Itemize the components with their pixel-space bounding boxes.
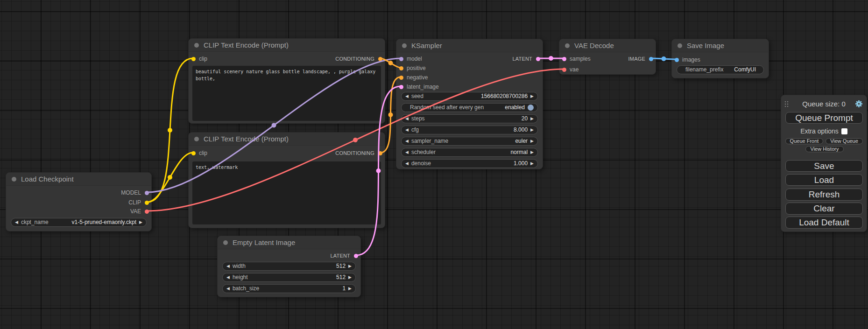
width-widget[interactable]: ◀ width 512 ▶ — [222, 262, 356, 271]
next-arrow-icon[interactable]: ▶ — [530, 137, 534, 146]
image-output-dot[interactable] — [649, 57, 653, 61]
prev-arrow-icon[interactable]: ◀ — [226, 273, 230, 282]
input-slot-positive[interactable]: positive — [396, 63, 426, 73]
seed-widget[interactable]: ◀ seed 156680208700286 ▶ — [401, 92, 538, 101]
prev-arrow-icon[interactable]: ◀ — [226, 262, 230, 271]
node-collapse-dot[interactable] — [402, 43, 407, 48]
input-slot-images[interactable]: images — [672, 55, 700, 64]
node-ksampler[interactable]: KSampler model positive negative latent_… — [396, 39, 543, 169]
load-default-button[interactable]: Load Default — [785, 217, 863, 229]
output-slot-model[interactable]: MODEL — [121, 188, 151, 197]
input-slot-samples[interactable]: samples — [559, 54, 591, 63]
latent-output-dot[interactable] — [536, 57, 540, 61]
node-title-bar[interactable]: KSampler — [396, 39, 543, 52]
output-slot-latent[interactable]: LATENT — [330, 251, 360, 260]
settings-gear-icon[interactable] — [855, 100, 863, 108]
steps-widget[interactable]: ◀ steps 20 ▶ — [401, 114, 538, 123]
prev-arrow-icon[interactable]: ◀ — [15, 218, 18, 227]
clip-input-dot[interactable] — [191, 57, 196, 61]
batch-size-widget[interactable]: ◀ batch_size 1 ▶ — [222, 284, 356, 293]
node-load-checkpoint[interactable]: Load Checkpoint MODEL CLIP VAE ◀ ckpt_na… — [6, 172, 152, 231]
node-title-bar[interactable]: Empty Latent Image — [218, 236, 360, 249]
clear-button[interactable]: Clear — [785, 203, 863, 215]
scheduler-widget[interactable]: ◀ scheduler normal ▶ — [401, 148, 538, 157]
positive-prompt-textarea[interactable]: beautiful scenery nature glass bottle la… — [192, 66, 381, 121]
output-slot-image[interactable]: IMAGE — [628, 54, 656, 63]
input-slot-vae[interactable]: vae — [559, 65, 579, 74]
prev-arrow-icon[interactable]: ◀ — [405, 159, 409, 168]
drag-handle-icon[interactable] — [784, 101, 789, 109]
input-slot-model[interactable]: model — [396, 54, 422, 63]
negative-input-dot[interactable] — [399, 76, 403, 80]
model-output-dot[interactable] — [145, 191, 149, 195]
vae-input-dot[interactable] — [562, 68, 566, 72]
output-slot-conditioning[interactable]: CONDITIONING — [335, 54, 385, 63]
ckpt-name-widget[interactable]: ◀ ckpt_name v1-5-pruned-emaonly.ckpt ▶ — [11, 218, 147, 227]
prev-arrow-icon[interactable]: ◀ — [226, 284, 230, 293]
latent-output-dot[interactable] — [354, 254, 358, 258]
node-collapse-dot[interactable] — [12, 177, 16, 182]
node-collapse-dot[interactable] — [565, 43, 570, 48]
input-slot-clip[interactable]: clip — [189, 54, 207, 63]
output-slot-vae[interactable]: VAE — [130, 207, 151, 216]
node-collapse-dot[interactable] — [223, 240, 228, 245]
images-input-dot[interactable] — [675, 58, 679, 62]
input-slot-clip[interactable]: clip — [189, 148, 207, 158]
next-arrow-icon[interactable]: ▶ — [530, 159, 534, 168]
next-arrow-icon[interactable]: ▶ — [139, 218, 142, 227]
positive-input-dot[interactable] — [399, 66, 403, 70]
prev-arrow-icon[interactable]: ◀ — [405, 92, 409, 101]
samples-input-dot[interactable] — [562, 57, 566, 61]
node-save-image[interactable]: Save Image images filename_prefix ComfyU… — [671, 39, 769, 78]
node-title-bar[interactable]: Save Image — [672, 39, 769, 52]
node-collapse-dot[interactable] — [677, 43, 682, 48]
view-queue-button[interactable]: View Queue — [826, 138, 863, 144]
conditioning-output-dot[interactable] — [378, 57, 382, 61]
next-arrow-icon[interactable]: ▶ — [530, 114, 534, 123]
input-slot-negative[interactable]: negative — [396, 73, 428, 82]
next-arrow-icon[interactable]: ▶ — [530, 126, 534, 134]
queue-prompt-button[interactable]: Queue Prompt — [785, 112, 863, 124]
output-slot-clip[interactable]: CLIP — [128, 198, 151, 207]
node-title-bar[interactable]: CLIP Text Encode (Prompt) — [189, 133, 385, 146]
node-graph-canvas[interactable]: Load Checkpoint MODEL CLIP VAE ◀ ckpt_na… — [0, 0, 868, 329]
prev-arrow-icon[interactable]: ◀ — [405, 148, 409, 157]
load-button[interactable]: Load — [785, 174, 863, 186]
denoise-widget[interactable]: ◀ denoise 1.000 ▶ — [401, 159, 538, 168]
filename-prefix-widget[interactable]: filename_prefix ComfyUI — [677, 65, 764, 74]
cfg-widget[interactable]: ◀ cfg 8.000 ▶ — [401, 126, 538, 134]
node-empty-latent-image[interactable]: Empty Latent Image LATENT ◀ width 512 ▶ … — [217, 236, 361, 297]
negative-prompt-textarea[interactable]: text, watermark — [192, 161, 381, 224]
prev-arrow-icon[interactable]: ◀ — [405, 114, 409, 123]
toggle-knob[interactable] — [528, 105, 534, 111]
node-title-bar[interactable]: VAE Decode — [559, 39, 656, 52]
next-arrow-icon[interactable]: ▶ — [348, 284, 352, 293]
queue-menu-panel[interactable]: Queue size: 0 Queue Prompt Extra options — [781, 95, 867, 232]
next-arrow-icon[interactable]: ▶ — [348, 273, 352, 282]
model-input-dot[interactable] — [399, 57, 403, 61]
clip-output-dot[interactable] — [145, 201, 149, 205]
node-title-bar[interactable]: CLIP Text Encode (Prompt) — [189, 39, 385, 52]
conditioning-output-dot[interactable] — [378, 151, 382, 155]
extra-options-checkbox[interactable] — [841, 128, 847, 134]
node-vae-decode[interactable]: VAE Decode samples vae IMAGE — [559, 39, 656, 75]
view-history-button[interactable]: View History — [805, 146, 844, 152]
prev-arrow-icon[interactable]: ◀ — [405, 126, 409, 134]
node-collapse-dot[interactable] — [194, 43, 199, 48]
refresh-button[interactable]: Refresh — [785, 189, 863, 201]
sampler-name-widget[interactable]: ◀ sampler_name euler ▶ — [401, 137, 538, 146]
latent-image-input-dot[interactable] — [399, 85, 403, 89]
prev-arrow-icon[interactable]: ◀ — [405, 137, 409, 146]
output-slot-latent[interactable]: LATENT — [512, 54, 543, 63]
node-clip-text-encode-positive[interactable]: CLIP Text Encode (Prompt) clip CONDITION… — [188, 38, 385, 124]
output-slot-conditioning[interactable]: CONDITIONING — [335, 148, 385, 158]
queue-front-button[interactable]: Queue Front — [785, 138, 823, 144]
vae-output-dot[interactable] — [145, 210, 149, 214]
input-slot-latent-image[interactable]: latent_image — [396, 82, 439, 91]
node-collapse-dot[interactable] — [194, 137, 199, 141]
height-widget[interactable]: ◀ height 512 ▶ — [222, 273, 356, 282]
save-button[interactable]: Save — [785, 160, 863, 172]
next-arrow-icon[interactable]: ▶ — [348, 262, 352, 271]
clip-input-dot[interactable] — [191, 151, 196, 155]
node-title-bar[interactable]: Load Checkpoint — [6, 173, 151, 186]
